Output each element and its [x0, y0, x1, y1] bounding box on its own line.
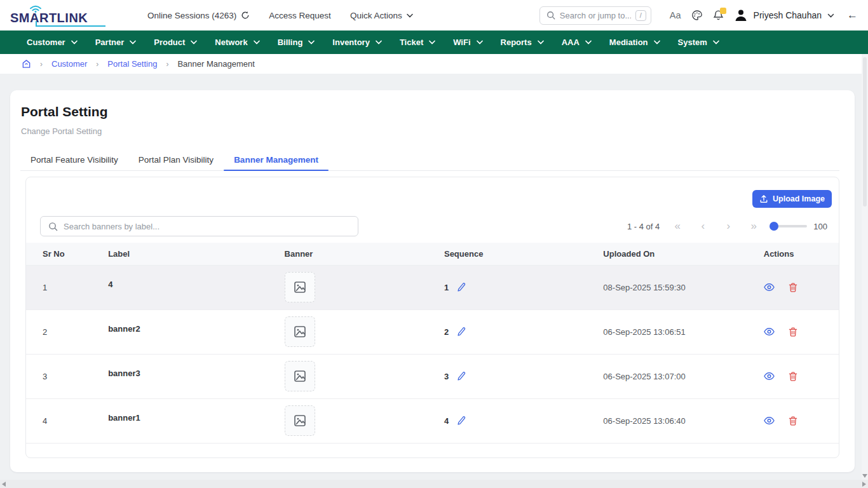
table-row[interactable]: 3 banner3 3 06-Sep-2025 13:07:00 — [26, 354, 839, 398]
tab-banner-management[interactable]: Banner Management — [224, 153, 329, 170]
quick-actions[interactable]: Quick Actions — [350, 11, 413, 20]
view-eye-icon[interactable] — [764, 416, 775, 425]
table-row[interactable]: 4 banner1 4 06-Sep-2025 13:06:40 — [26, 398, 839, 443]
chevron-down-icon — [654, 40, 660, 44]
cell-label: banner1 — [92, 398, 268, 443]
cell-actions — [747, 354, 839, 398]
edit-pencil-icon[interactable] — [457, 283, 466, 292]
horizontal-scrollbar[interactable] — [0, 480, 868, 488]
back-arrow[interactable]: ← — [847, 9, 858, 22]
cell-uploaded-on: 06-Sep-2025 13:06:40 — [587, 398, 747, 443]
view-eye-icon[interactable] — [764, 283, 775, 292]
first-page-button[interactable]: « — [665, 220, 690, 233]
nav-item-ticket[interactable]: Ticket — [391, 30, 444, 54]
chevron-down-icon — [713, 40, 719, 44]
cell-actions — [747, 309, 839, 354]
breadcrumb-separator: › — [40, 60, 43, 69]
nav-item-product[interactable]: Product — [145, 30, 206, 54]
chevron-down-icon — [538, 40, 544, 44]
user-name: Priyesh Chauhan — [754, 10, 822, 20]
nav-item-customer[interactable]: Customer — [18, 30, 86, 54]
banner-search[interactable] — [40, 216, 358, 236]
nav-item-partner[interactable]: Partner — [86, 30, 146, 54]
portal-setting-card: Portal Setting Change Portal Setting Por… — [10, 90, 855, 472]
cell-banner — [268, 265, 428, 309]
breadcrumb-current: Banner Management — [177, 59, 254, 69]
nav-item-network[interactable]: Network — [206, 30, 268, 54]
brand-logo[interactable]: SMARTLINK — [10, 1, 119, 29]
tab-portal-plan-visibility[interactable]: Portal Plan Visibility — [128, 153, 224, 170]
access-request[interactable]: Access Request — [269, 11, 331, 20]
vertical-scrollbar[interactable] — [862, 54, 868, 480]
nav-item-aaa[interactable]: AAA — [553, 30, 600, 54]
nav-item-inventory[interactable]: Inventory — [323, 30, 391, 54]
breadcrumb-portal-setting[interactable]: Portal Setting — [107, 59, 157, 69]
header-right: / Aa Priyesh Chauhan ← — [539, 6, 858, 25]
scroll-down-arrow[interactable] — [862, 474, 867, 478]
last-page-button[interactable]: » — [741, 220, 766, 233]
chevron-down-icon — [429, 40, 435, 44]
scroll-right-arrow[interactable] — [862, 482, 866, 487]
page-subtitle: Change Portal Setting — [10, 119, 855, 136]
cell-sr-no: 3 — [26, 354, 92, 398]
search-icon — [48, 222, 58, 231]
tab-portal-feature-visibility[interactable]: Portal Feature Visibility — [20, 153, 128, 170]
global-search-input[interactable] — [560, 11, 631, 20]
banners-table: Sr NoLabelBannerSequenceUploaded OnActio… — [26, 243, 839, 444]
chevron-down-icon — [71, 40, 78, 44]
online-sessions[interactable]: Online Sessions (4263) — [147, 11, 250, 20]
nav-item-system[interactable]: System — [669, 30, 728, 54]
edit-pencil-icon[interactable] — [457, 327, 466, 337]
banner-thumbnail[interactable] — [285, 361, 315, 391]
table-header-row: Sr NoLabelBannerSequenceUploaded OnActio… — [26, 243, 839, 265]
scrollbar-thumb[interactable] — [863, 57, 867, 207]
avatar-icon — [734, 8, 748, 22]
delete-trash-icon[interactable] — [789, 283, 797, 292]
slider-thumb[interactable] — [770, 222, 778, 231]
banner-thumbnail[interactable] — [285, 316, 315, 347]
nav-item-wifi[interactable]: WiFi — [444, 30, 491, 54]
cell-sequence: 2 — [428, 309, 587, 354]
cell-sequence: 1 — [428, 265, 587, 309]
delete-trash-icon[interactable] — [789, 327, 797, 337]
delete-trash-icon[interactable] — [789, 416, 797, 426]
user-menu[interactable]: Priyesh Chauhan — [734, 8, 834, 22]
nav-item-reports[interactable]: Reports — [492, 30, 553, 54]
cell-banner — [268, 354, 428, 398]
cell-label: banner2 — [92, 309, 268, 354]
view-eye-icon[interactable] — [764, 372, 775, 381]
table-row[interactable]: 2 banner2 2 06-Sep-2025 13:06:51 — [26, 309, 839, 354]
upload-image-button[interactable]: Upload Image — [752, 190, 832, 208]
delete-trash-icon[interactable] — [789, 372, 797, 381]
theme-palette-icon[interactable] — [691, 10, 703, 21]
home-icon[interactable] — [22, 59, 31, 69]
global-search[interactable]: / — [539, 6, 651, 25]
scroll-left-arrow[interactable] — [2, 482, 6, 487]
font-size-toggle[interactable]: Aa — [670, 10, 681, 20]
breadcrumb-customer[interactable]: Customer — [51, 59, 87, 69]
page-size-slider[interactable] — [770, 225, 807, 227]
notifications-bell-icon[interactable] — [713, 10, 724, 21]
edit-pencil-icon[interactable] — [457, 372, 466, 381]
banner-thumbnail[interactable] — [285, 405, 315, 436]
search-icon — [546, 11, 555, 20]
nav-item-mediation[interactable]: Mediation — [600, 30, 669, 54]
cell-uploaded-on: 06-Sep-2025 13:07:00 — [587, 354, 747, 398]
image-placeholder-icon — [293, 414, 307, 428]
cell-uploaded-on: 06-Sep-2025 13:06:51 — [587, 309, 747, 354]
refresh-icon[interactable] — [241, 11, 250, 20]
banner-search-input[interactable] — [64, 222, 350, 231]
next-page-button[interactable]: › — [715, 220, 741, 233]
nav-item-billing[interactable]: Billing — [269, 30, 324, 54]
cell-actions — [747, 265, 839, 309]
banner-thumbnail[interactable] — [285, 272, 315, 302]
view-eye-icon[interactable] — [764, 327, 775, 336]
edit-pencil-icon[interactable] — [457, 416, 466, 426]
top-header: SMARTLINK Online Sessions (4263) Access … — [0, 0, 868, 30]
pagination-range: 1 - 4 of 4 — [627, 222, 660, 231]
page-title: Portal Setting — [10, 90, 855, 119]
table-row[interactable]: 1 4 1 08-Sep-2025 15:59:30 — [26, 265, 839, 309]
cell-sr-no: 2 — [26, 309, 92, 354]
prev-page-button[interactable]: ‹ — [690, 220, 715, 233]
image-placeholder-icon — [293, 280, 307, 294]
